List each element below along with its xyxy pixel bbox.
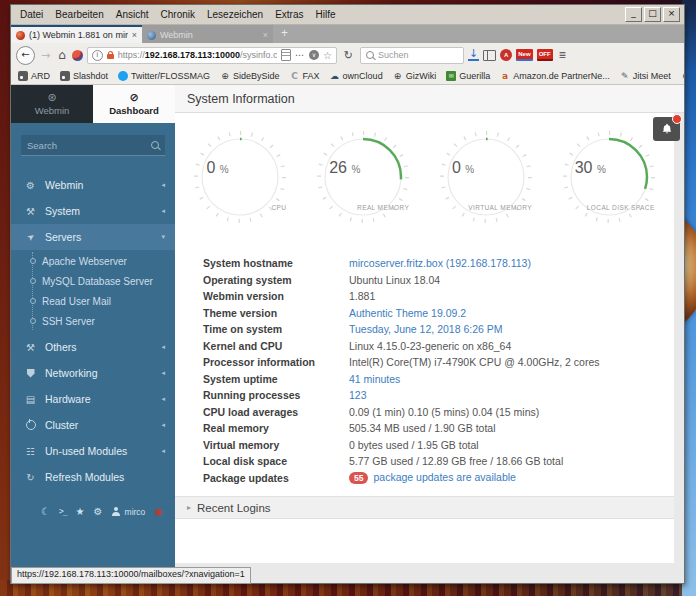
sidebar-item-others[interactable]: Others [11, 334, 175, 360]
sidebar-item-unused-modules[interactable]: Un-used Modules [11, 438, 175, 464]
package-updates-link[interactable]: 55package updates are available [349, 471, 516, 484]
close-button[interactable]: × [663, 7, 680, 22]
menu-edit[interactable]: Bearbeiten [49, 6, 109, 24]
reload-icon[interactable]: ↻ [341, 49, 356, 62]
new-tab-button[interactable]: + [273, 25, 296, 43]
sidebar-search[interactable] [21, 135, 165, 156]
sidebar-tab-dashboard[interactable]: ⊘ Dashboard [93, 85, 175, 123]
recent-logins-toggle[interactable]: Recent Logins [175, 496, 674, 519]
sidebar-item-networking[interactable]: Networking [11, 360, 175, 386]
webmin-favicon [16, 31, 25, 40]
extension-icon[interactable] [72, 50, 83, 61]
table-row: Package updates 55package updates are av… [203, 470, 674, 487]
processes-link[interactable]: 123 [349, 389, 367, 401]
bookmark-item[interactable]: SideBySide [220, 71, 280, 81]
bookmark-item[interactable]: FAX [290, 71, 320, 81]
navigation-toolbar: ← → ⌂ https://192.168.178.113:10000/sysi… [11, 43, 684, 67]
bookmark-item[interactable]: ARD [18, 71, 50, 81]
tab-webmin-background[interactable]: Webmin × [142, 25, 273, 43]
sidebar-search-input[interactable] [27, 140, 147, 151]
sidebar-subitem-readmail[interactable]: Read User Mail [11, 291, 175, 311]
bookmark-item[interactable]: Jitsi Meet [620, 71, 671, 81]
sidebar-item-cluster[interactable]: Cluster [11, 412, 175, 438]
tree-bullet-icon [30, 258, 36, 264]
sidebar-subitem-ssh[interactable]: SSH Server [11, 311, 175, 331]
bookmarks-bar: ARD Slashdot Twitter/FLOSSMAG SideBySide… [11, 67, 684, 85]
menu-history[interactable]: Chronik [155, 6, 201, 24]
bookmark-item[interactable]: GizWiki [393, 71, 437, 81]
twitter-icon [118, 71, 128, 81]
rss-icon [18, 71, 28, 81]
hamburger-menu-icon[interactable]: ≡ [557, 48, 568, 62]
webmin-logo-icon: ⊛ [47, 92, 56, 103]
table-row: Local disk space5.77 GB used / 12.89 GB … [203, 453, 674, 470]
chevron-left-icon [161, 181, 165, 189]
bookmark-item[interactable]: Twitter/FLOSSMAG [118, 71, 210, 81]
site-info-icon[interactable] [92, 50, 103, 61]
updates-count-badge: 55 [349, 472, 368, 484]
menu-tools[interactable]: Extras [269, 6, 309, 24]
sidebar-item-servers[interactable]: Servers [11, 224, 175, 250]
adblock-icon[interactable] [500, 49, 512, 61]
night-mode-icon[interactable]: ☾ [41, 506, 50, 517]
globe-icon [681, 71, 684, 81]
sidebar-tabs: ⊛ Webmin ⊘ Dashboard [11, 85, 175, 123]
uptime-link[interactable]: 41 minutes [349, 373, 400, 385]
sidebar-subitem-apache[interactable]: Apache Webserver [11, 251, 175, 271]
logout-icon[interactable]: ◉ [154, 506, 163, 517]
tab-close-icon[interactable]: × [263, 30, 268, 40]
menu-help[interactable]: Hilfe [310, 6, 342, 24]
pen-icon [620, 71, 630, 81]
insecure-lock-icon[interactable] [107, 54, 114, 59]
url-bar[interactable]: https://192.168.178.113:10000/sysinfo.cg… [87, 47, 337, 64]
tab-webmin-active[interactable]: (1) Webmin 1.881 on mircoserver × [11, 25, 142, 43]
maximize-button[interactable]: □ [644, 7, 661, 22]
bookmark-item[interactable]: Guerilla [446, 71, 490, 81]
theme-link[interactable]: Authentic Theme 19.09.2 [349, 307, 466, 319]
minimize-button[interactable]: _ [625, 7, 642, 22]
favorites-star-icon[interactable]: ★ [76, 506, 85, 517]
sidebar-item-refresh-modules[interactable]: Refresh Modules [11, 464, 175, 490]
home-icon[interactable]: ⌂ [56, 48, 68, 62]
bookmark-item[interactable]: ownCloud [330, 71, 383, 81]
bookmark-star-icon[interactable]: ☆ [323, 50, 332, 61]
tab-close-icon[interactable]: × [132, 30, 137, 40]
notifications-bell-button[interactable] [653, 117, 680, 141]
forward-icon[interactable]: → [39, 49, 52, 62]
pocket-icon[interactable] [309, 50, 319, 60]
notification-badge [672, 114, 682, 124]
time-link[interactable]: Tuesday, June 12, 2018 6:26 PM [349, 323, 503, 335]
hostname-link[interactable]: mircoserver.fritz.box (192.168.178.113) [349, 257, 531, 269]
shield-icon [27, 369, 35, 378]
window-controls: _ □ × [625, 7, 681, 22]
menu-file[interactable]: Datei [14, 6, 49, 24]
menu-bookmarks[interactable]: Lesezeichen [201, 6, 269, 24]
bookmark-item[interactable]: kwout [681, 71, 684, 81]
sidebar-item-system[interactable]: System [11, 198, 175, 224]
addon-new-icon[interactable]: New [516, 49, 532, 61]
page-actions-icon[interactable]: ⋯ [295, 50, 305, 60]
sidebar-toggle-icon[interactable] [483, 50, 496, 61]
back-icon[interactable]: ← [16, 46, 35, 65]
downloads-icon[interactable]: ↓ [468, 49, 479, 61]
sidebar-item-hardware[interactable]: Hardware [11, 386, 175, 412]
table-row: Running processes123 [203, 387, 674, 404]
modules-icon [24, 446, 37, 457]
search-bar[interactable] [360, 47, 464, 64]
gears-icon[interactable]: ⚙ [94, 506, 103, 517]
sidebar-menu: Webmin System Servers Apache Webserver M… [11, 172, 175, 490]
letter-icon [290, 71, 300, 81]
terminal-icon[interactable]: >_ [59, 507, 67, 516]
menu-view[interactable]: Ansicht [110, 6, 155, 24]
chevron-down-icon [161, 233, 165, 241]
bookmark-item[interactable]: Slashdot [60, 71, 108, 81]
addon-off-icon[interactable]: OFF [537, 49, 553, 61]
reader-mode-icon[interactable] [281, 49, 291, 61]
sidebar-tab-webmin[interactable]: ⊛ Webmin [11, 85, 93, 123]
url-text[interactable]: https://192.168.178.113:10000/sysinfo.cg… [118, 50, 277, 60]
search-input[interactable] [378, 50, 458, 60]
user-icon[interactable] [112, 507, 121, 516]
bookmark-item[interactable]: Amazon.de PartnerNe... [500, 71, 610, 81]
sidebar-item-webmin[interactable]: Webmin [11, 172, 175, 198]
sidebar-subitem-mysql[interactable]: MySQL Database Server [11, 271, 175, 291]
